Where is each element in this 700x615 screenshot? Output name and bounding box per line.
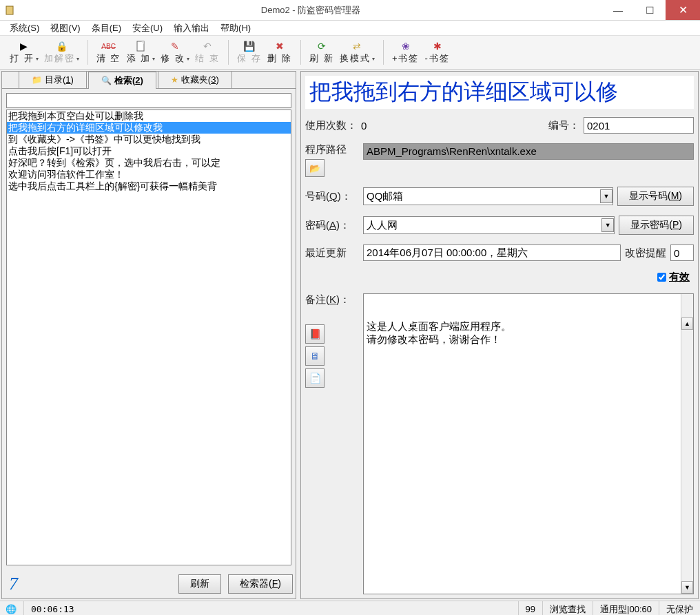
status-mode: 通用型|00:60 [593, 601, 659, 615]
tool-delete[interactable]: ✖ 删 除 [265, 39, 295, 66]
number-label: 号码(Q)： [305, 190, 359, 203]
folder-icon: 📁 [32, 75, 42, 85]
maximize-button[interactable]: ☐ [634, 0, 666, 20]
chevron-down-icon[interactable]: ▼ [600, 189, 612, 203]
show-number-button[interactable]: 显示号码(M) [617, 187, 694, 206]
remark-icon-3[interactable]: 📄 [305, 368, 325, 388]
globe-icon: 🌐 [6, 604, 17, 614]
search-input[interactable] [6, 93, 291, 108]
remark-label: 备注(K)： [305, 293, 350, 306]
remind-label: 改密提醒 [625, 247, 666, 260]
scroll-down-icon[interactable]: ▼ [681, 581, 693, 594]
toolbar: ▶ 打 开▾ 🔒 加解密▾ ABC 清 空 添 加▾ ✎ 修 改▾ ↶ 结 束 [0, 36, 700, 70]
play-icon: ▶ [10, 40, 39, 52]
password-combo[interactable]: 人人网 ▼ [363, 216, 615, 234]
open-path-button[interactable]: 📂 [305, 159, 325, 177]
main-area: 📁 目录(1) 🔍 检索(2) ★ 收藏夹(3) 把我拖到本页空白处可以删除我把… [0, 70, 700, 601]
list-item[interactable]: 把我拖到本页空白处可以删除我 [7, 110, 291, 122]
list-item[interactable]: 点击我后按[F1]可以打开 [7, 145, 291, 157]
list-item[interactable]: 好深吧？转到《检索》页，选中我后右击，可以定 [7, 157, 291, 169]
menu-view[interactable]: 视图(V) [45, 21, 85, 36]
bookmark-add-icon: ❀ [392, 40, 420, 52]
list-item[interactable]: 到《收藏夹》->《书签》中可以更快地找到我 [7, 134, 291, 145]
tool-clear[interactable]: ABC 清 空 [94, 39, 124, 66]
result-count: 7 [5, 574, 172, 594]
entry-title-banner: 把我拖到右方的详细区域可以修 [305, 76, 694, 109]
id-field[interactable] [584, 117, 694, 134]
list-item[interactable]: 把我拖到右方的详细区域可以修改我 [7, 122, 291, 134]
tab-favorites[interactable]: ★ 收藏夹(3) [158, 71, 232, 88]
status-time: 00:06:13 [23, 601, 81, 615]
window-title: Demo2 - 防盗密码管理器 [19, 4, 602, 17]
tab-directory[interactable]: 📁 目录(1) [19, 71, 87, 88]
indexer-button[interactable]: 检索器(F) [228, 574, 293, 594]
tool-refresh[interactable]: ⟳ 刷 新 [307, 39, 337, 66]
chevron-down-icon[interactable]: ▼ [601, 218, 614, 232]
tool-switch-mode[interactable]: ⇄ 换模式▾ [337, 39, 378, 66]
abc-strike-icon: ABC [96, 40, 121, 52]
menu-entry[interactable]: 条目(E) [86, 21, 127, 36]
remark-icon-2[interactable]: 🖥 [305, 346, 325, 366]
tool-decrypt[interactable]: 🔒 加解密▾ [41, 39, 82, 66]
left-panel: 📁 目录(1) 🔍 检索(2) ★ 收藏夹(3) 把我拖到本页空白处可以删除我把… [1, 71, 296, 599]
scrollbar[interactable]: ▲ ▼ [681, 294, 693, 594]
list-item[interactable]: 选中我后点击工具栏上的{解密}可获得一幅精美背 [7, 180, 291, 192]
right-panel: 把我拖到右方的详细区域可以修 使用次数： 0 编号： 程序路径 📂 ABPM_P… [300, 71, 699, 599]
wallet-icon: 📕 [309, 329, 321, 340]
new-doc-icon [127, 40, 156, 52]
undo-icon: ↶ [195, 40, 220, 52]
menu-system[interactable]: 系统(S) [4, 21, 45, 36]
statusbar: 🌐 00:06:13 99 浏览查找 通用型|00:60 无保护 [0, 601, 700, 615]
scroll-up-icon[interactable]: ▲ [681, 317, 693, 330]
refresh-icon: ⟳ [309, 40, 334, 52]
list-item[interactable]: 欢迎访问羽信软件工作室！ [7, 169, 291, 180]
lock-icon: 🔒 [44, 40, 79, 52]
save-icon: 💾 [237, 40, 262, 52]
usage-value: 0 [361, 120, 367, 132]
tabs-row: 📁 目录(1) 🔍 检索(2) ★ 收藏夹(3) [2, 72, 296, 88]
remind-field[interactable] [670, 244, 694, 261]
tool-save[interactable]: 💾 保 存 [234, 39, 265, 66]
tool-remove-bookmark[interactable]: ✱ -书签 [422, 39, 452, 66]
show-password-button[interactable]: 显示密码(P) [619, 216, 694, 235]
tool-add-bookmark[interactable]: ❀ +书签 [389, 39, 422, 66]
remark-textarea[interactable]: 这是人人桌面客户端应用程序。 请勿修改本密码，谢谢合作！ ▲ ▼ [363, 293, 694, 594]
edit-icon: ✎ [161, 40, 189, 52]
path-label: 程序路径 [305, 143, 359, 156]
minimize-button[interactable]: — [602, 0, 634, 20]
status-protect: 无保护 [659, 601, 700, 615]
usage-label: 使用次数： [305, 119, 357, 132]
number-combo[interactable]: QQ邮箱 ▼ [363, 187, 613, 205]
menu-io[interactable]: 输入输出 [168, 21, 215, 36]
tab-search[interactable]: 🔍 检索(2) [88, 72, 156, 89]
svg-rect-0 [6, 6, 13, 14]
refresh-button[interactable]: 刷新 [178, 574, 221, 594]
status-icon: 🌐 [0, 601, 23, 615]
last-update-field[interactable] [363, 244, 621, 261]
last-update-label: 最近更新 [305, 247, 359, 260]
search-icon: 🔍 [101, 76, 112, 85]
open-folder-icon: 📂 [309, 163, 320, 174]
path-field: ABPM_Programs\RenRen\xntalk.exe [363, 143, 694, 160]
titlebar: Demo2 - 防盗密码管理器 — ☐ ✕ [0, 0, 700, 21]
remark-icon-1[interactable]: 📕 [305, 324, 325, 344]
switch-icon: ⇄ [340, 40, 375, 52]
note-lock-icon: 📄 [309, 373, 321, 384]
valid-label: 有效 [669, 271, 690, 284]
menu-help[interactable]: 帮助(H) [215, 21, 256, 36]
delete-icon: ✖ [267, 40, 292, 52]
app-icon [0, 1, 19, 20]
tool-modify[interactable]: ✎ 修 改▾ [158, 39, 192, 66]
valid-checkbox[interactable] [657, 273, 666, 282]
tool-open[interactable]: ▶ 打 开▾ [7, 39, 41, 66]
menu-security[interactable]: 安全(U) [127, 21, 168, 36]
monitor-icon: 🖥 [310, 351, 320, 362]
password-label: 密码(A)： [305, 219, 359, 232]
status-browse: 浏览查找 [542, 601, 593, 615]
tool-end[interactable]: ↶ 结 束 [192, 39, 223, 66]
star-icon: ★ [171, 75, 178, 85]
result-list[interactable]: 把我拖到本页空白处可以删除我把我拖到右方的详细区域可以修改我到《收藏夹》->《书… [6, 110, 291, 565]
tool-add[interactable]: 添 加▾ [124, 39, 158, 66]
close-button[interactable]: ✕ [666, 0, 700, 20]
status-count: 99 [518, 601, 542, 615]
